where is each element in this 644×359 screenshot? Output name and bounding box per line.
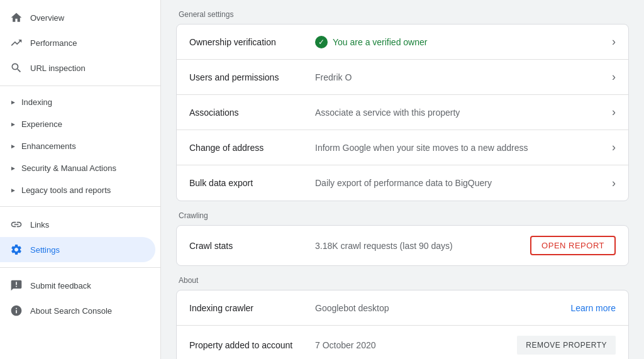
indexing-crawler-value: Googlebot desktop — [315, 303, 570, 313]
change-address-row[interactable]: Change of address Inform Google when you… — [177, 130, 628, 165]
chevron-right-icon: › — [612, 106, 616, 119]
sidebar-item-links[interactable]: Links — [0, 212, 155, 237]
crawl-stats-row: Crawl stats 3.18K crawl requests (last 9… — [177, 226, 628, 265]
link-icon — [10, 218, 23, 231]
sidebar-item-label: URL inspection — [30, 64, 86, 73]
chevron-right-icon: ► — [10, 143, 16, 150]
sidebar-item-label: Submit feedback — [30, 281, 91, 290]
sidebar-group-security[interactable]: ► Security & Manual Actions — [0, 157, 155, 179]
property-added-action: REMOVE PROPERTY — [517, 336, 616, 355]
ownership-label: Ownership verification — [189, 37, 315, 47]
about-card: Indexing crawler Googlebot desktop Learn… — [176, 290, 629, 359]
chevron-right-icon: › — [612, 35, 616, 48]
chevron-right-icon: ► — [10, 99, 16, 106]
change-address-label: Change of address — [189, 143, 315, 153]
sidebar-group-label: Legacy tools and reports — [21, 185, 111, 195]
main-content: General settings Ownership verification … — [161, 0, 644, 359]
sidebar-divider — [0, 86, 160, 86]
property-added-value: 7 October 2020 — [315, 340, 517, 350]
learn-more-link[interactable]: Learn more — [570, 303, 616, 313]
general-settings-card: Ownership verification ✓ You are a verif… — [176, 24, 629, 201]
crawling-card: Crawl stats 3.18K crawl requests (last 9… — [176, 225, 629, 266]
crawl-stats-action: OPEN REPORT — [530, 236, 616, 255]
ownership-action: › — [612, 35, 616, 48]
sidebar-group-legacy[interactable]: ► Legacy tools and reports — [0, 179, 155, 201]
bulk-export-value: Daily export of performance data to BigQ… — [315, 178, 612, 188]
bulk-export-row[interactable]: Bulk data export Daily export of perform… — [177, 165, 628, 201]
sidebar-item-label: Performance — [30, 38, 77, 48]
associations-row[interactable]: Associations Associate a service with th… — [177, 95, 628, 130]
chevron-right-icon: ► — [10, 187, 16, 194]
chevron-right-icon: ► — [10, 121, 16, 128]
ownership-value-text: You are a verified owner — [333, 37, 427, 47]
sidebar-group-label: Enhancements — [21, 141, 76, 151]
sidebar-item-url-inspection[interactable]: URL inspection — [0, 55, 155, 80]
general-settings-title: General settings — [176, 10, 629, 19]
indexing-crawler-action: Learn more — [570, 303, 616, 313]
sidebar-item-label: About Search Console — [30, 306, 112, 316]
trending-up-icon — [10, 36, 23, 49]
crawl-stats-label: Crawl stats — [189, 241, 315, 251]
remove-property-button[interactable]: REMOVE PROPERTY — [517, 336, 616, 355]
users-label: Users and permissions — [189, 72, 315, 82]
sidebar-item-submit-feedback[interactable]: Submit feedback — [0, 273, 155, 298]
sidebar-group-enhancements[interactable]: ► Enhancements — [0, 135, 155, 157]
sidebar-item-overview[interactable]: Overview — [0, 5, 155, 30]
bulk-export-label: Bulk data export — [189, 178, 315, 188]
change-address-action: › — [612, 141, 616, 154]
home-icon — [10, 11, 23, 24]
sidebar-item-label: Settings — [30, 245, 60, 255]
bulk-export-action: › — [612, 177, 616, 190]
about-title: About — [176, 276, 629, 285]
crawling-title: Crawling — [176, 211, 629, 220]
sidebar-divider-3 — [0, 267, 160, 268]
chevron-right-icon: › — [612, 70, 616, 84]
indexing-crawler-label: Indexing crawler — [189, 303, 315, 313]
sidebar-group-label: Indexing — [21, 97, 52, 107]
chevron-right-icon: › — [612, 177, 616, 190]
settings-icon — [10, 243, 23, 256]
ownership-row[interactable]: Ownership verification ✓ You are a verif… — [177, 25, 628, 60]
crawl-stats-value: 3.18K crawl requests (last 90 days) — [315, 241, 530, 251]
sidebar-item-settings[interactable]: Settings — [0, 237, 155, 262]
chevron-right-icon: › — [612, 141, 616, 154]
users-value: Fredrik O — [315, 72, 612, 82]
open-report-button[interactable]: OPEN REPORT — [530, 236, 616, 255]
change-address-value: Inform Google when your site moves to a … — [315, 143, 612, 153]
property-added-row: Property added to account 7 October 2020… — [177, 326, 628, 359]
associations-value: Associate a service with this property — [315, 108, 612, 118]
sidebar-item-performance[interactable]: Performance — [0, 30, 155, 55]
sidebar-group-label: Experience — [21, 119, 62, 129]
property-added-label: Property added to account — [189, 340, 315, 350]
sidebar-group-label: Security & Manual Actions — [21, 163, 116, 173]
associations-label: Associations — [189, 108, 315, 118]
sidebar-group-experience[interactable]: ► Experience — [0, 113, 155, 135]
info-icon — [10, 304, 23, 317]
sidebar-group-indexing[interactable]: ► Indexing — [0, 91, 155, 113]
indexing-crawler-row: Indexing crawler Googlebot desktop Learn… — [177, 290, 628, 326]
search-icon — [10, 62, 23, 74]
associations-action: › — [612, 106, 616, 119]
feedback-icon — [10, 279, 23, 292]
users-action: › — [612, 70, 616, 84]
ownership-value: ✓ You are a verified owner — [315, 36, 612, 48]
sidebar-item-label: Overview — [30, 13, 64, 23]
users-row[interactable]: Users and permissions Fredrik O › — [177, 60, 628, 95]
verified-check-icon: ✓ — [315, 36, 328, 48]
sidebar-divider-2 — [0, 206, 160, 207]
sidebar: Overview Performance URL inspection ► In… — [0, 0, 161, 359]
sidebar-item-about[interactable]: About Search Console — [0, 298, 155, 323]
sidebar-item-label: Links — [30, 220, 49, 229]
chevron-right-icon: ► — [10, 165, 16, 172]
